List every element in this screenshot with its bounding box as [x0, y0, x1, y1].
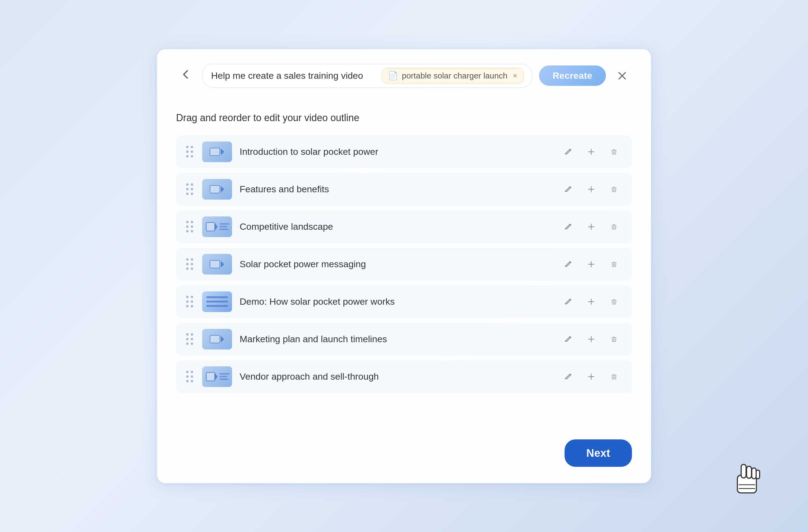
drag-handle-3[interactable] [185, 221, 195, 232]
edit-button-1[interactable] [559, 142, 577, 161]
cursor-hand [729, 458, 765, 498]
thumbnail-4 [202, 254, 232, 274]
svg-rect-12 [737, 475, 756, 493]
svg-marker-3 [221, 186, 224, 192]
outline-item-6: Marketing plan and launch timelines [176, 323, 632, 356]
item-label-3: Competitive landscape [240, 221, 552, 232]
edit-button-3[interactable] [559, 217, 577, 236]
svg-rect-13 [741, 464, 746, 478]
back-button[interactable] [176, 66, 196, 86]
item-actions-5 [559, 292, 623, 311]
tag-label: portable solar charger launch [402, 71, 508, 80]
outline-item-1: Introduction to solar pocket power [176, 135, 632, 168]
edit-button-2[interactable] [559, 180, 577, 198]
top-bar: Help me create a sales training video 📄 … [157, 49, 651, 99]
svg-marker-9 [221, 336, 224, 342]
outline-title: Drag and reorder to edit your video outl… [176, 112, 632, 124]
search-bar: Help me create a sales training video 📄 … [202, 64, 533, 88]
edit-button-6[interactable] [559, 330, 577, 348]
svg-rect-0 [210, 148, 220, 156]
tag-icon: 📄 [388, 71, 398, 80]
item-actions-4 [559, 255, 623, 273]
svg-rect-2 [210, 186, 220, 193]
item-label-6: Marketing plan and launch timelines [240, 334, 552, 344]
item-actions-2 [559, 180, 623, 198]
item-actions-7 [559, 367, 623, 386]
delete-button-7[interactable] [605, 367, 623, 386]
back-icon [180, 69, 192, 83]
edit-button-7[interactable] [559, 367, 577, 386]
delete-button-1[interactable] [605, 142, 623, 161]
tag-pill: 📄 portable solar charger launch × [382, 68, 524, 83]
recreate-button[interactable]: Recreate [539, 65, 606, 86]
drag-handle-7[interactable] [185, 371, 195, 382]
svg-rect-4 [206, 223, 215, 231]
main-dialog: Help me create a sales training video 📄 … [157, 49, 651, 483]
svg-rect-14 [747, 466, 752, 478]
drag-handle-2[interactable] [185, 183, 195, 195]
outline-list: Introduction to solar pocket power [176, 135, 632, 393]
add-button-2[interactable] [582, 180, 601, 198]
item-label-7: Vendor approach and sell-through [240, 371, 552, 382]
svg-marker-11 [215, 373, 218, 380]
item-label-4: Solar pocket power messaging [240, 259, 552, 269]
svg-rect-8 [210, 336, 220, 343]
delete-button-5[interactable] [605, 292, 623, 311]
add-button-4[interactable] [582, 255, 601, 273]
outline-item-4: Solar pocket power messaging [176, 248, 632, 281]
item-label-2: Features and benefits [240, 184, 552, 194]
next-button[interactable]: Next [565, 439, 632, 467]
svg-marker-1 [221, 149, 224, 155]
edit-button-5[interactable] [559, 292, 577, 311]
add-button-3[interactable] [582, 217, 601, 236]
svg-rect-16 [756, 470, 760, 479]
thumbnail-7 [202, 366, 232, 387]
search-text: Help me create a sales training video [211, 70, 376, 81]
tag-close-button[interactable]: × [513, 72, 517, 80]
add-button-7[interactable] [582, 367, 601, 386]
drag-handle-5[interactable] [185, 296, 195, 307]
add-button-6[interactable] [582, 330, 601, 348]
svg-marker-5 [215, 223, 218, 230]
add-button-5[interactable] [582, 292, 601, 311]
item-label-5: Demo: How solar pocket power works [240, 296, 552, 307]
outline-item-2: Features and benefits [176, 173, 632, 206]
item-label-1: Introduction to solar pocket power [240, 146, 552, 157]
svg-rect-10 [206, 372, 215, 381]
thumbnail-3 [202, 216, 232, 237]
outline-item-3: Competitive landscape [176, 210, 632, 243]
delete-button-2[interactable] [605, 180, 623, 198]
close-button[interactable] [612, 66, 632, 86]
delete-button-4[interactable] [605, 255, 623, 273]
thumbnail-5 [202, 291, 232, 312]
delete-button-6[interactable] [605, 330, 623, 348]
add-button-1[interactable] [582, 142, 601, 161]
drag-handle-4[interactable] [185, 258, 195, 270]
outline-item-5: Demo: How solar pocket power works [176, 285, 632, 318]
item-actions-3 [559, 217, 623, 236]
thumbnail-1 [202, 141, 232, 162]
svg-marker-7 [221, 261, 224, 267]
thumbnail-6 [202, 329, 232, 349]
svg-rect-6 [210, 261, 220, 268]
item-actions-1 [559, 142, 623, 161]
drag-handle-6[interactable] [185, 333, 195, 345]
delete-button-3[interactable] [605, 217, 623, 236]
outline-item-7: Vendor approach and sell-through [176, 360, 632, 393]
footer: Next [157, 426, 651, 483]
item-actions-6 [559, 330, 623, 348]
svg-rect-15 [752, 468, 756, 479]
drag-handle-1[interactable] [185, 146, 195, 157]
edit-button-4[interactable] [559, 255, 577, 273]
content-area: Drag and reorder to edit your video outl… [157, 99, 651, 426]
thumbnail-2 [202, 179, 232, 200]
